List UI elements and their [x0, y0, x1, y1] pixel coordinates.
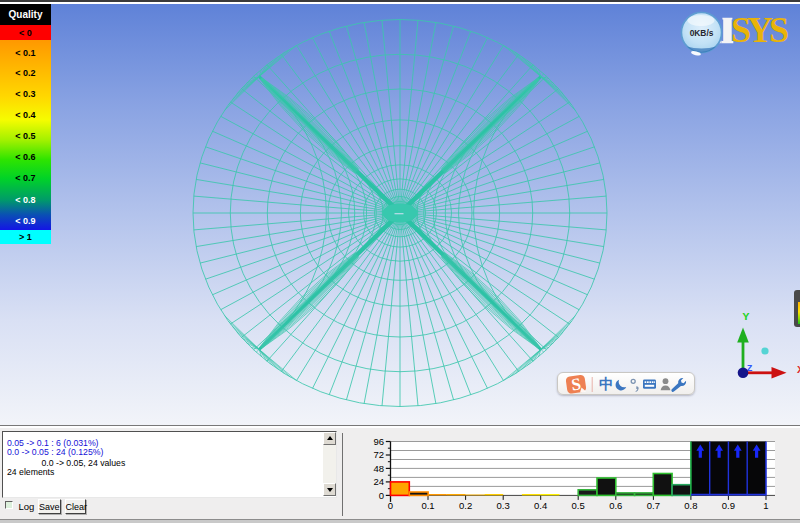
svg-text:中: 中 — [599, 376, 614, 392]
svg-text:0.2: 0.2 — [459, 500, 472, 511]
svg-text:0: 0 — [388, 500, 393, 511]
svg-text:1: 1 — [763, 500, 768, 511]
svg-text:0.9: 0.9 — [722, 500, 735, 511]
svg-text:SYS: SYS — [731, 10, 788, 50]
svg-text:48: 48 — [373, 463, 384, 474]
svg-text:0KB/s: 0KB/s — [690, 28, 714, 38]
svg-text:0.4: 0.4 — [534, 500, 547, 511]
svg-text:24: 24 — [373, 476, 384, 487]
svg-text:0.5: 0.5 — [572, 500, 585, 511]
svg-text:0: 0 — [379, 490, 384, 501]
svg-text:72: 72 — [373, 449, 384, 460]
svg-text:0.6: 0.6 — [609, 500, 622, 511]
svg-text:96: 96 — [373, 436, 384, 447]
svg-text:0.8: 0.8 — [684, 500, 697, 511]
svg-text:0.3: 0.3 — [497, 500, 510, 511]
svg-text:Y: Y — [743, 310, 750, 323]
svg-text:0.7: 0.7 — [647, 500, 660, 511]
svg-text:0.1: 0.1 — [421, 500, 434, 511]
